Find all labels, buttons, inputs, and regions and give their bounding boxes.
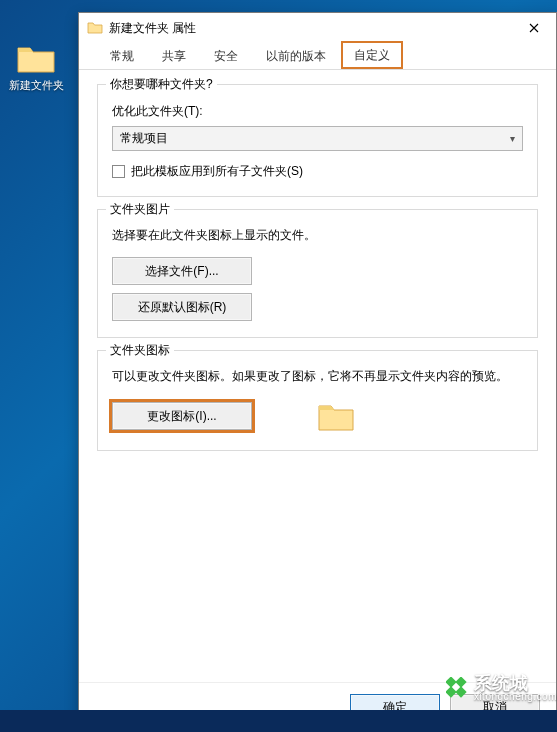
folder-icon-desc: 可以更改文件夹图标。如果更改了图标，它将不再显示文件夹内容的预览。 bbox=[112, 367, 523, 386]
group-folder-picture: 文件夹图片 选择要在此文件夹图标上显示的文件。 选择文件(F)... 还原默认图… bbox=[97, 209, 538, 338]
tab-customize[interactable]: 自定义 bbox=[341, 41, 403, 69]
taskbar[interactable] bbox=[0, 710, 557, 732]
choose-file-button[interactable]: 选择文件(F)... bbox=[112, 257, 252, 285]
apply-subfolders-label: 把此模板应用到所有子文件夹(S) bbox=[131, 163, 303, 180]
folder-preview-icon bbox=[316, 398, 356, 434]
tab-bar: 常规 共享 安全 以前的版本 自定义 bbox=[79, 43, 556, 70]
group-folder-icon-legend: 文件夹图标 bbox=[106, 342, 174, 359]
folder-icon bbox=[16, 42, 56, 74]
apply-subfolders-row[interactable]: 把此模板应用到所有子文件夹(S) bbox=[112, 163, 523, 180]
optimize-select[interactable]: 常规项目 ▾ bbox=[112, 126, 523, 151]
dialog-title: 新建文件夹 属性 bbox=[109, 20, 512, 37]
tab-previous-versions[interactable]: 以前的版本 bbox=[253, 43, 339, 69]
chevron-down-icon: ▾ bbox=[510, 133, 515, 144]
restore-default-button[interactable]: 还原默认图标(R) bbox=[112, 293, 252, 321]
apply-subfolders-checkbox[interactable] bbox=[112, 165, 125, 178]
tab-content: 你想要哪种文件夹? 优化此文件夹(T): 常规项目 ▾ 把此模板应用到所有子文件… bbox=[79, 70, 556, 682]
tab-share[interactable]: 共享 bbox=[149, 43, 199, 69]
close-button[interactable] bbox=[512, 13, 556, 43]
desktop-folder-label: 新建文件夹 bbox=[8, 78, 64, 93]
group-folder-type: 你想要哪种文件夹? 优化此文件夹(T): 常规项目 ▾ 把此模板应用到所有子文件… bbox=[97, 84, 538, 197]
close-icon bbox=[529, 23, 539, 33]
group-folder-type-legend: 你想要哪种文件夹? bbox=[106, 76, 217, 93]
change-icon-button[interactable]: 更改图标(I)... bbox=[112, 402, 252, 430]
properties-dialog: 新建文件夹 属性 常规 共享 安全 以前的版本 自定义 你想要哪种文件夹? 优化… bbox=[78, 12, 557, 732]
group-folder-icon: 文件夹图标 可以更改文件夹图标。如果更改了图标，它将不再显示文件夹内容的预览。 … bbox=[97, 350, 538, 451]
folder-picture-desc: 选择要在此文件夹图标上显示的文件。 bbox=[112, 226, 523, 245]
tab-security[interactable]: 安全 bbox=[201, 43, 251, 69]
titlebar[interactable]: 新建文件夹 属性 bbox=[79, 13, 556, 43]
optimize-select-value: 常规项目 bbox=[120, 130, 168, 147]
optimize-label: 优化此文件夹(T): bbox=[112, 103, 523, 120]
title-folder-icon bbox=[87, 20, 103, 36]
desktop-background: 新建文件夹 新建文件夹 属性 常规 共享 安全 以前的版本 自定义 你想要哪种文… bbox=[0, 0, 557, 732]
tab-general[interactable]: 常规 bbox=[97, 43, 147, 69]
desktop-folder-icon[interactable]: 新建文件夹 bbox=[8, 42, 64, 93]
group-folder-picture-legend: 文件夹图片 bbox=[106, 201, 174, 218]
